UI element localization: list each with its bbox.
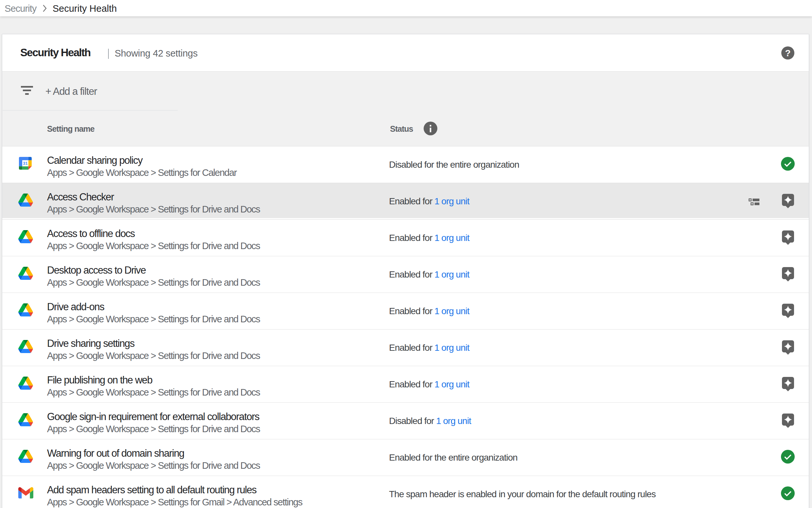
svg-text:?: ?	[785, 48, 791, 58]
svg-text:31: 31	[23, 161, 28, 166]
